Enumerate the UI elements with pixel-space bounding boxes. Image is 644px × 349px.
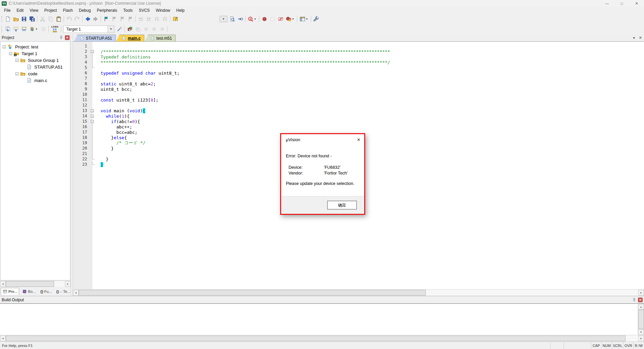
fold-open-marker[interactable]: - (90, 108, 96, 113)
scroll-up-icon[interactable]: ▲ (638, 304, 644, 310)
fold-open-marker[interactable]: - (90, 113, 96, 119)
new-file-button[interactable] (4, 15, 12, 23)
scroll-thumb[interactable] (638, 310, 644, 329)
editor-hscrollbar[interactable]: ◄ ► (73, 289, 644, 296)
target-selector-value[interactable]: Target 1 (63, 26, 108, 33)
scroll-right-icon[interactable]: ► (65, 281, 71, 287)
editor-tab-startup-a51[interactable]: STARTUP.A51 (74, 35, 116, 41)
menu-window[interactable]: Window (153, 7, 173, 14)
close-button[interactable]: ✕ (629, 0, 644, 7)
scroll-thumb[interactable] (79, 290, 426, 296)
fold-open-marker[interactable]: - (90, 119, 96, 124)
options-for-target-button[interactable] (115, 25, 123, 33)
scroll-down-icon[interactable]: ▼ (638, 329, 644, 335)
project-panel-close-button[interactable]: ✕ (65, 35, 70, 40)
target-selector-dropdown-button[interactable]: ▼ (108, 26, 114, 33)
editor-tab-main-c[interactable]: main.c (116, 35, 144, 41)
cut-button[interactable] (38, 15, 46, 23)
previous-bookmark-button[interactable] (110, 15, 118, 23)
pin-icon[interactable] (632, 298, 637, 302)
software-pack-3-button[interactable] (158, 25, 166, 33)
menu-flash[interactable]: Flash (60, 7, 76, 14)
project-hscrollbar[interactable]: ◄ ► (0, 280, 71, 287)
stop-build-button[interactable] (39, 25, 47, 33)
uncomment-selection-button[interactable] (161, 15, 169, 23)
tree-expander-icon[interactable]: - (15, 59, 18, 62)
batch-build-button[interactable]: ▼ (28, 25, 39, 33)
comment-selection-button[interactable] (153, 15, 161, 23)
menu-tools[interactable]: Tools (120, 7, 136, 14)
menu-help[interactable]: Help (173, 7, 188, 14)
tree-expander-icon[interactable]: - (3, 45, 6, 48)
next-bookmark-button[interactable] (118, 15, 126, 23)
manage-project-items-button[interactable] (126, 25, 134, 33)
indent-button[interactable] (145, 15, 153, 23)
quick-search-combo[interactable]: ▼ (220, 16, 227, 22)
menu-view[interactable]: View (27, 7, 41, 14)
scroll-thumb[interactable] (6, 336, 626, 341)
panel-tab-te[interactable]: ()→Te... (55, 288, 72, 295)
menu-edit[interactable]: Edit (13, 7, 27, 14)
navigate-forward-button[interactable] (91, 15, 100, 23)
menu-debug[interactable]: Debug (76, 7, 94, 14)
software-pack-2-button[interactable] (150, 25, 158, 33)
navigate-back-button[interactable] (83, 15, 91, 23)
panel-tab-bo[interactable]: Bo... (21, 288, 37, 295)
build-output-close-button[interactable]: ✕ (638, 298, 643, 302)
disable-all-breakpoints-button[interactable] (276, 15, 285, 23)
kill-all-breakpoints-button[interactable]: ▼ (285, 15, 296, 23)
multi-project-workspace-button[interactable] (134, 25, 142, 33)
editor-tab-test-m51[interactable]: test.m51 (145, 35, 176, 41)
dialog-close-icon[interactable]: ✕ (357, 137, 361, 142)
build-output-hscrollbar[interactable]: ◄ ► (0, 335, 644, 342)
scroll-track[interactable] (79, 290, 638, 296)
debug-windows-button[interactable]: ▼ (298, 15, 310, 23)
redo-button[interactable] (73, 15, 81, 23)
enable-breakpoint-button[interactable] (268, 15, 276, 23)
incremental-find-button[interactable] (236, 15, 244, 23)
scroll-track[interactable] (6, 281, 65, 287)
undo-button[interactable] (65, 15, 73, 23)
toggle-bookmark-button[interactable] (102, 15, 110, 23)
tree-item-code[interactable]: -code (1, 70, 70, 77)
clear-bookmarks-button[interactable] (126, 15, 134, 23)
dialog-ok-button[interactable]: 确定 (327, 201, 357, 209)
build-button[interactable] (12, 25, 20, 33)
scroll-left-icon[interactable]: ◄ (73, 290, 79, 296)
scroll-thumb[interactable] (6, 281, 54, 287)
translate-file-button[interactable] (4, 25, 12, 33)
minimize-button[interactable]: — (600, 0, 614, 7)
scroll-left-icon[interactable]: ◄ (0, 336, 6, 341)
open-button[interactable] (12, 15, 20, 23)
copy-button[interactable] (46, 15, 54, 23)
fold-open-marker[interactable]: - (90, 49, 96, 54)
menu-peripherals[interactable]: Peripherals (94, 7, 120, 14)
tree-item-project-test[interactable]: -Project: test (1, 43, 70, 50)
download-to-flash-button[interactable]: LOAD (50, 25, 60, 34)
paste-button[interactable] (54, 15, 63, 23)
menu-file[interactable]: File (1, 7, 13, 14)
rebuild-all-button[interactable] (20, 25, 28, 33)
maximize-button[interactable]: □ (614, 0, 629, 7)
unindent-button[interactable] (137, 15, 145, 23)
start-stop-debug-button[interactable]: ▼ (247, 15, 258, 23)
tree-item-source-group-1[interactable]: -Source Group 1 (1, 57, 70, 64)
menu-svcs[interactable]: SVCS (136, 7, 153, 14)
menu-project[interactable]: Project (41, 7, 60, 14)
panel-tab-fu[interactable]: {}Fu... (39, 288, 53, 295)
insert-breakpoint-button[interactable] (260, 15, 268, 23)
scroll-track[interactable] (638, 310, 644, 329)
scroll-left-icon[interactable]: ◄ (0, 281, 6, 287)
tree-expander-icon[interactable]: - (9, 52, 12, 55)
software-pack-1-button[interactable] (142, 25, 150, 33)
tree-item-main-c[interactable]: main.c (1, 77, 70, 84)
tree-item-startup-a51[interactable]: STARTUP.A51 (1, 64, 70, 70)
tab-list-dropdown-icon[interactable]: ▼ (633, 36, 636, 40)
save-button[interactable] (20, 15, 28, 23)
scroll-right-icon[interactable]: ► (638, 336, 644, 341)
configure-button[interactable] (312, 15, 320, 23)
find-in-files-button[interactable] (228, 15, 236, 23)
tree-item-target-1[interactable]: -Target 1 (1, 50, 70, 57)
scroll-right-icon[interactable]: ► (638, 290, 644, 296)
tab-close-icon[interactable]: ✕ (639, 36, 642, 40)
